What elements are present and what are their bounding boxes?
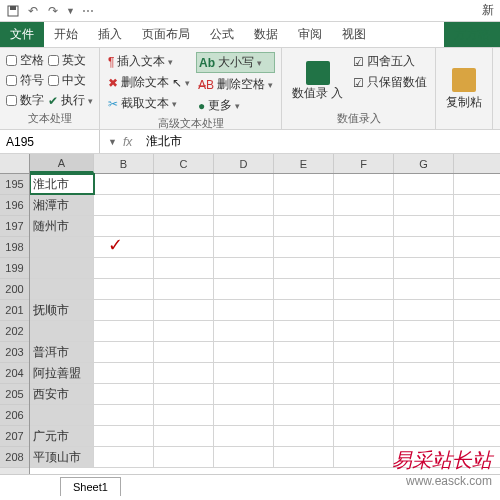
cell[interactable]: 广元市 — [30, 426, 94, 446]
cell[interactable] — [154, 363, 214, 383]
cell[interactable] — [214, 342, 274, 362]
cell[interactable] — [214, 258, 274, 278]
cell[interactable]: 普洱市 — [30, 342, 94, 362]
cell[interactable] — [154, 300, 214, 320]
keep-num-button[interactable]: ☑只保留数值 — [351, 73, 429, 92]
cell[interactable] — [154, 384, 214, 404]
cell[interactable] — [334, 174, 394, 194]
cell[interactable] — [154, 258, 214, 278]
cell[interactable] — [94, 237, 154, 257]
check-english[interactable]: 英文 — [48, 52, 93, 69]
cell[interactable] — [394, 258, 454, 278]
fx-icon[interactable]: fx — [123, 135, 132, 149]
cell[interactable] — [274, 237, 334, 257]
cell[interactable] — [154, 279, 214, 299]
cell[interactable] — [274, 300, 334, 320]
col-header-C[interactable]: C — [154, 154, 214, 173]
cell[interactable] — [154, 426, 214, 446]
row-header[interactable]: 208 — [0, 447, 29, 468]
cell[interactable] — [394, 237, 454, 257]
redo-icon[interactable]: ↷ — [46, 4, 60, 18]
case-button[interactable]: Ab大小写▾ — [196, 52, 275, 73]
cell[interactable] — [394, 216, 454, 236]
cell[interactable] — [30, 279, 94, 299]
cell[interactable] — [154, 174, 214, 194]
cell[interactable] — [394, 174, 454, 194]
cell[interactable] — [274, 258, 334, 278]
cell[interactable] — [154, 342, 214, 362]
row-header[interactable]: 202 — [0, 321, 29, 342]
cell[interactable]: 湘潭市 — [30, 195, 94, 215]
row-header[interactable]: 206 — [0, 405, 29, 426]
cell[interactable] — [94, 321, 154, 341]
cell[interactable] — [214, 363, 274, 383]
cell[interactable] — [214, 237, 274, 257]
cell[interactable] — [214, 384, 274, 404]
row-header[interactable]: 195 — [0, 174, 29, 195]
tab-formula[interactable]: 公式 — [200, 22, 244, 47]
cell[interactable] — [214, 426, 274, 446]
row-header[interactable]: 196 — [0, 195, 29, 216]
col-header-G[interactable]: G — [394, 154, 454, 173]
chevron-down-icon[interactable]: ▼ — [66, 6, 75, 16]
cell[interactable]: 西安市 — [30, 384, 94, 404]
cell[interactable] — [274, 216, 334, 236]
cell[interactable]: 平顶山市 — [30, 447, 94, 467]
tab-view[interactable]: 视图 — [332, 22, 376, 47]
cell[interactable] — [214, 447, 274, 467]
cell[interactable] — [30, 237, 94, 257]
tab-data[interactable]: 数据 — [244, 22, 288, 47]
cell[interactable] — [30, 258, 94, 278]
cell[interactable] — [274, 342, 334, 362]
cell[interactable] — [94, 174, 154, 194]
col-header-F[interactable]: F — [334, 154, 394, 173]
row-header[interactable]: 203 — [0, 342, 29, 363]
delete-text-button[interactable]: ✖删除文本↖▾ — [106, 73, 192, 92]
cell[interactable] — [154, 237, 214, 257]
cell[interactable] — [214, 195, 274, 215]
col-header-B[interactable]: B — [94, 154, 154, 173]
cell[interactable] — [394, 321, 454, 341]
tab-file[interactable]: 文件 — [0, 22, 44, 47]
cell[interactable] — [154, 447, 214, 467]
row-header[interactable]: 207 — [0, 426, 29, 447]
row-header[interactable]: 199 — [0, 258, 29, 279]
row-header[interactable]: 204 — [0, 363, 29, 384]
check-space[interactable]: 空格 — [6, 52, 44, 69]
cell[interactable] — [94, 405, 154, 425]
cell[interactable] — [334, 363, 394, 383]
cell[interactable] — [334, 300, 394, 320]
cell[interactable] — [94, 300, 154, 320]
tab-review[interactable]: 审阅 — [288, 22, 332, 47]
cell[interactable] — [154, 405, 214, 425]
cell[interactable] — [274, 405, 334, 425]
tab-addon[interactable]: 方方格 — [444, 22, 500, 47]
cell[interactable] — [30, 321, 94, 341]
cell[interactable] — [214, 321, 274, 341]
row-header[interactable]: 197 — [0, 216, 29, 237]
more-icon[interactable]: ⋯ — [81, 4, 95, 18]
check-symbol[interactable]: 符号 — [6, 72, 44, 89]
cell[interactable] — [94, 447, 154, 467]
cell[interactable] — [394, 426, 454, 446]
cell[interactable] — [274, 195, 334, 215]
insert-text-button[interactable]: ¶插入文本▾ — [106, 52, 192, 71]
name-box[interactable]: A195 — [0, 130, 100, 153]
cell[interactable]: 抚顺市 — [30, 300, 94, 320]
cell[interactable] — [394, 405, 454, 425]
row-header[interactable]: 201 — [0, 300, 29, 321]
check-execute[interactable]: ✔执行▾ — [48, 92, 93, 109]
tab-home[interactable]: 开始 — [44, 22, 88, 47]
cell[interactable] — [334, 195, 394, 215]
round-button[interactable]: ☑四舍五入 — [351, 52, 429, 71]
cell[interactable] — [94, 195, 154, 215]
paste-button[interactable]: 复制粘 — [442, 52, 486, 127]
cell[interactable] — [394, 363, 454, 383]
check-number[interactable]: 数字 — [6, 92, 44, 109]
formula-input[interactable]: 淮北市 — [140, 133, 500, 150]
save-icon[interactable] — [6, 4, 20, 18]
sheet-tab[interactable]: Sheet1 — [60, 477, 121, 496]
cell[interactable] — [94, 384, 154, 404]
cell[interactable] — [94, 342, 154, 362]
cell[interactable] — [94, 279, 154, 299]
